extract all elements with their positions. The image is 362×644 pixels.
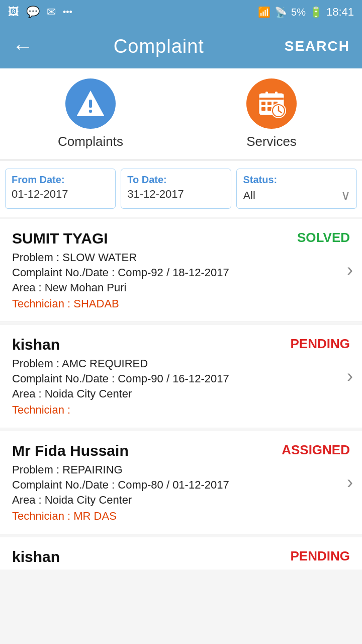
- calendar-icon: [256, 89, 287, 119]
- complaint-name-0: SUMIT TYAGI: [12, 230, 108, 247]
- from-date-label: From Date:: [12, 174, 109, 186]
- svg-rect-7: [267, 102, 272, 105]
- complaint-name-2: Mr Fida Hussain: [12, 442, 129, 459]
- complaints-tab-label: Complaints: [58, 134, 123, 149]
- from-date-filter[interactable]: From Date: 01-12-2017: [5, 169, 116, 209]
- warning-icon: [75, 89, 106, 119]
- complaint-header-0: SUMIT TYAGI SOLVED: [12, 230, 350, 247]
- status-bar-right: 📶 📡 5% 🔋 18:41: [258, 6, 354, 19]
- battery-icon: 🔋: [310, 6, 322, 18]
- filter-row: From Date: 01-12-2017 To Date: 31-12-201…: [0, 160, 362, 217]
- tab-complaints[interactable]: Complaints: [0, 78, 181, 154]
- complaint-arrow-0[interactable]: ›: [347, 260, 353, 281]
- complaint-name-1: kishan: [12, 336, 60, 353]
- from-date-value: 01-12-2017: [12, 188, 109, 201]
- complaint-name-3: kishan: [12, 548, 60, 566]
- complaint-card-3[interactable]: kishan PENDING: [0, 537, 362, 570]
- complaints-icon-circle: [65, 78, 116, 129]
- tab-services[interactable]: Services: [181, 78, 362, 154]
- signal-icon: 📡: [275, 6, 287, 18]
- tabs-section: Complaints: [0, 68, 362, 160]
- services-icon-circle: [246, 78, 297, 129]
- complaint-arrow-1[interactable]: ›: [347, 366, 353, 387]
- complaint-area-1: Area : Noida City Center: [12, 387, 350, 400]
- page-title: Complaint: [114, 36, 204, 57]
- complaint-header-1: kishan PENDING: [12, 336, 350, 353]
- status-bar-left: 🖼 💬 ✉ •••: [8, 6, 72, 19]
- complaint-problem-2: Problem : REPAIRING: [12, 463, 350, 476]
- chat-icon: 💬: [26, 6, 40, 19]
- status-value: All: [243, 189, 255, 202]
- status-value-row: All ∨: [243, 188, 350, 203]
- image-icon: 🖼: [8, 6, 19, 19]
- status-badge-1: PENDING: [291, 336, 350, 352]
- complaints-list: SUMIT TYAGI SOLVED Problem : SLOW WATER …: [0, 219, 362, 570]
- more-icon: •••: [63, 7, 72, 18]
- complaint-card-0[interactable]: SUMIT TYAGI SOLVED Problem : SLOW WATER …: [0, 219, 362, 322]
- complaint-technician-1: Technician :: [12, 404, 350, 417]
- battery-text: 5%: [291, 7, 306, 18]
- status-badge-0: SOLVED: [297, 230, 350, 246]
- complaint-arrow-2[interactable]: ›: [347, 472, 353, 493]
- status-label: Status:: [243, 174, 350, 186]
- chevron-down-icon: ∨: [341, 188, 350, 203]
- to-date-filter[interactable]: To Date: 31-12-2017: [121, 169, 231, 209]
- complaint-area-0: Area : New Mohan Puri: [12, 281, 350, 294]
- complaint-problem-1: Problem : AMC REQUIRED: [12, 357, 350, 370]
- to-date-value: 31-12-2017: [127, 188, 225, 201]
- to-date-label: To Date:: [127, 174, 225, 186]
- mail-icon: ✉: [47, 6, 56, 19]
- svg-rect-16: [275, 92, 278, 97]
- search-button[interactable]: SEARCH: [285, 38, 350, 54]
- back-button[interactable]: ←: [12, 34, 33, 58]
- wifi-icon: 📶: [258, 6, 270, 18]
- svg-rect-9: [261, 107, 265, 111]
- services-tab-label: Services: [246, 134, 297, 149]
- status-filter[interactable]: Status: All ∨: [236, 169, 357, 209]
- complaint-area-2: Area : Noida City Center: [12, 494, 350, 507]
- complaint-header-2: Mr Fida Hussain ASSIGNED: [12, 442, 350, 459]
- svg-rect-1: [89, 100, 92, 108]
- complaint-no-date-1: Complaint No./Date : Comp-90 / 16-12-201…: [12, 372, 350, 385]
- svg-rect-5: [259, 98, 284, 100]
- complaint-card-2[interactable]: Mr Fida Hussain ASSIGNED Problem : REPAI…: [0, 431, 362, 534]
- status-badge-2: ASSIGNED: [282, 442, 350, 458]
- status-badge-3: PENDING: [291, 548, 350, 564]
- complaint-card-1[interactable]: kishan PENDING Problem : AMC REQUIRED Co…: [0, 325, 362, 428]
- complaint-problem-0: Problem : SLOW WATER: [12, 251, 350, 264]
- app-bar: ← Complaint SEARCH: [0, 24, 362, 68]
- complaint-header-3: kishan PENDING: [12, 548, 350, 566]
- time-display: 18:41: [326, 6, 354, 19]
- complaint-technician-2: Technician : MR DAS: [12, 510, 350, 523]
- status-bar: 🖼 💬 ✉ ••• 📶 📡 5% 🔋 18:41: [0, 0, 362, 24]
- svg-rect-10: [267, 107, 272, 111]
- svg-rect-2: [89, 110, 92, 113]
- svg-rect-6: [261, 102, 265, 105]
- complaint-no-date-2: Complaint No./Date : Comp-80 / 01-12-201…: [12, 478, 350, 492]
- complaint-technician-0: Technician : SHADAB: [12, 297, 350, 310]
- svg-rect-15: [265, 92, 268, 97]
- complaint-no-date-0: Complaint No./Date : Comp-92 / 18-12-201…: [12, 266, 350, 279]
